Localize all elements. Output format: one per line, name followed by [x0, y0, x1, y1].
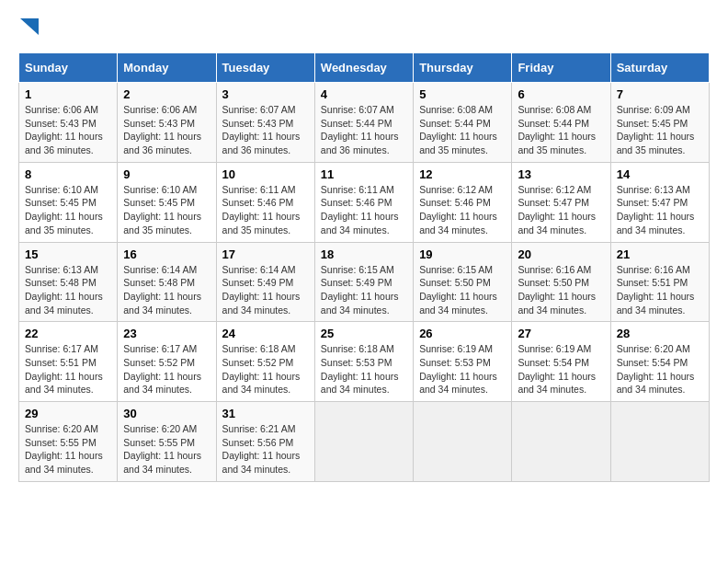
- calendar-cell: 29 Sunrise: 6:20 AMSunset: 5:55 PMDaylig…: [19, 402, 118, 482]
- col-header-wednesday: Wednesday: [314, 53, 413, 83]
- day-number: 18: [321, 247, 407, 261]
- day-info: Sunrise: 6:16 AMSunset: 5:50 PMDaylight:…: [518, 264, 596, 316]
- day-number: 8: [25, 167, 111, 181]
- day-info: Sunrise: 6:10 AMSunset: 5:45 PMDaylight:…: [123, 184, 201, 236]
- calendar-cell: 27 Sunrise: 6:19 AMSunset: 5:54 PMDaylig…: [512, 322, 610, 402]
- day-number: 15: [25, 247, 111, 261]
- calendar-cell: 15 Sunrise: 6:13 AMSunset: 5:48 PMDaylig…: [19, 242, 118, 322]
- day-info: Sunrise: 6:09 AMSunset: 5:45 PMDaylight:…: [617, 104, 695, 155]
- day-number: 9: [123, 167, 210, 181]
- col-header-monday: Monday: [118, 53, 216, 83]
- day-info: Sunrise: 6:13 AMSunset: 5:47 PMDaylight:…: [617, 184, 695, 236]
- col-header-sunday: Sunday: [19, 53, 118, 83]
- day-info: Sunrise: 6:15 AMSunset: 5:49 PMDaylight:…: [321, 264, 399, 316]
- day-info: Sunrise: 6:21 AMSunset: 5:56 PMDaylight:…: [222, 423, 301, 475]
- day-info: Sunrise: 6:06 AMSunset: 5:43 PMDaylight:…: [25, 104, 103, 155]
- calendar-cell: 19 Sunrise: 6:15 AMSunset: 5:50 PMDaylig…: [414, 242, 512, 322]
- calendar-cell: 13 Sunrise: 6:12 AMSunset: 5:47 PMDaylig…: [512, 162, 610, 242]
- logo: [18, 18, 39, 38]
- calendar-cell: 11 Sunrise: 6:11 AMSunset: 5:46 PMDaylig…: [314, 162, 413, 242]
- day-number: 17: [222, 247, 309, 261]
- day-info: Sunrise: 6:18 AMSunset: 5:53 PMDaylight:…: [321, 343, 399, 395]
- logo-arrow-icon: [20, 18, 39, 35]
- day-info: Sunrise: 6:20 AMSunset: 5:55 PMDaylight:…: [25, 423, 103, 475]
- calendar-cell: 4 Sunrise: 6:07 AMSunset: 5:44 PMDayligh…: [314, 83, 413, 163]
- day-info: Sunrise: 6:07 AMSunset: 5:43 PMDaylight:…: [222, 104, 301, 155]
- day-info: Sunrise: 6:19 AMSunset: 5:54 PMDaylight:…: [518, 343, 596, 395]
- day-number: 12: [419, 167, 506, 181]
- day-info: Sunrise: 6:17 AMSunset: 5:52 PMDaylight:…: [123, 343, 201, 395]
- calendar-cell: 23 Sunrise: 6:17 AMSunset: 5:52 PMDaylig…: [118, 322, 216, 402]
- calendar-cell: 7 Sunrise: 6:09 AMSunset: 5:45 PMDayligh…: [610, 83, 709, 163]
- day-info: Sunrise: 6:10 AMSunset: 5:45 PMDaylight:…: [25, 184, 103, 236]
- calendar-cell: 16 Sunrise: 6:14 AMSunset: 5:48 PMDaylig…: [118, 242, 216, 322]
- day-number: 22: [25, 327, 111, 340]
- day-number: 27: [518, 327, 604, 340]
- calendar-cell: 8 Sunrise: 6:10 AMSunset: 5:45 PMDayligh…: [19, 162, 118, 242]
- day-info: Sunrise: 6:12 AMSunset: 5:47 PMDaylight:…: [518, 184, 596, 236]
- calendar-cell: 22 Sunrise: 6:17 AMSunset: 5:51 PMDaylig…: [19, 322, 118, 402]
- day-number: 26: [419, 327, 506, 340]
- col-header-saturday: Saturday: [610, 53, 709, 83]
- day-number: 5: [419, 87, 506, 101]
- calendar-cell: 21 Sunrise: 6:16 AMSunset: 5:51 PMDaylig…: [610, 242, 709, 322]
- day-number: 11: [321, 167, 407, 181]
- day-number: 30: [123, 407, 210, 420]
- day-number: 31: [222, 407, 309, 420]
- day-info: Sunrise: 6:08 AMSunset: 5:44 PMDaylight:…: [419, 104, 497, 155]
- day-number: 1: [25, 87, 111, 101]
- calendar-cell: 12 Sunrise: 6:12 AMSunset: 5:46 PMDaylig…: [414, 162, 512, 242]
- calendar-week-row: 1 Sunrise: 6:06 AMSunset: 5:43 PMDayligh…: [19, 83, 710, 163]
- calendar-cell: 26 Sunrise: 6:19 AMSunset: 5:53 PMDaylig…: [414, 322, 512, 402]
- day-info: Sunrise: 6:08 AMSunset: 5:44 PMDaylight:…: [518, 104, 596, 155]
- day-number: 3: [222, 87, 309, 101]
- day-number: 14: [617, 167, 703, 181]
- calendar-cell: 24 Sunrise: 6:18 AMSunset: 5:52 PMDaylig…: [216, 322, 314, 402]
- day-number: 19: [419, 247, 506, 261]
- calendar-cell: 14 Sunrise: 6:13 AMSunset: 5:47 PMDaylig…: [610, 162, 709, 242]
- calendar-cell: 30 Sunrise: 6:20 AMSunset: 5:55 PMDaylig…: [118, 402, 216, 482]
- calendar-cell: 17 Sunrise: 6:14 AMSunset: 5:49 PMDaylig…: [216, 242, 314, 322]
- col-header-friday: Friday: [512, 53, 610, 83]
- calendar-cell: [512, 402, 610, 482]
- day-info: Sunrise: 6:11 AMSunset: 5:46 PMDaylight:…: [321, 184, 399, 236]
- day-number: 10: [222, 167, 309, 181]
- day-info: Sunrise: 6:06 AMSunset: 5:43 PMDaylight:…: [123, 104, 201, 155]
- day-info: Sunrise: 6:17 AMSunset: 5:51 PMDaylight:…: [25, 343, 103, 395]
- day-number: 29: [25, 407, 111, 420]
- day-info: Sunrise: 6:12 AMSunset: 5:46 PMDaylight:…: [419, 184, 497, 236]
- day-number: 24: [222, 327, 309, 340]
- day-number: 21: [617, 247, 703, 261]
- calendar-cell: 5 Sunrise: 6:08 AMSunset: 5:44 PMDayligh…: [414, 83, 512, 163]
- day-number: 28: [617, 327, 703, 340]
- calendar-cell: [610, 402, 709, 482]
- day-info: Sunrise: 6:20 AMSunset: 5:54 PMDaylight:…: [617, 343, 695, 395]
- calendar-week-row: 29 Sunrise: 6:20 AMSunset: 5:55 PMDaylig…: [19, 402, 710, 482]
- day-info: Sunrise: 6:18 AMSunset: 5:52 PMDaylight:…: [222, 343, 301, 395]
- day-info: Sunrise: 6:20 AMSunset: 5:55 PMDaylight:…: [123, 423, 201, 475]
- day-info: Sunrise: 6:07 AMSunset: 5:44 PMDaylight:…: [321, 104, 399, 155]
- day-number: 4: [321, 87, 407, 101]
- calendar-cell: 9 Sunrise: 6:10 AMSunset: 5:45 PMDayligh…: [118, 162, 216, 242]
- svg-marker-0: [20, 18, 39, 35]
- page-header: [18, 18, 710, 38]
- day-number: 6: [518, 87, 604, 101]
- day-info: Sunrise: 6:13 AMSunset: 5:48 PMDaylight:…: [25, 264, 103, 316]
- calendar-cell: 3 Sunrise: 6:07 AMSunset: 5:43 PMDayligh…: [216, 83, 314, 163]
- calendar-cell: [414, 402, 512, 482]
- calendar-cell: 25 Sunrise: 6:18 AMSunset: 5:53 PMDaylig…: [314, 322, 413, 402]
- col-header-thursday: Thursday: [414, 53, 512, 83]
- calendar-week-row: 8 Sunrise: 6:10 AMSunset: 5:45 PMDayligh…: [19, 162, 710, 242]
- calendar-table: SundayMondayTuesdayWednesdayThursdayFrid…: [18, 52, 710, 482]
- day-number: 7: [617, 87, 703, 101]
- calendar-cell: 10 Sunrise: 6:11 AMSunset: 5:46 PMDaylig…: [216, 162, 314, 242]
- day-number: 20: [518, 247, 604, 261]
- calendar-cell: 28 Sunrise: 6:20 AMSunset: 5:54 PMDaylig…: [610, 322, 709, 402]
- calendar-week-row: 15 Sunrise: 6:13 AMSunset: 5:48 PMDaylig…: [19, 242, 710, 322]
- calendar-cell: 1 Sunrise: 6:06 AMSunset: 5:43 PMDayligh…: [19, 83, 118, 163]
- calendar-cell: 6 Sunrise: 6:08 AMSunset: 5:44 PMDayligh…: [512, 83, 610, 163]
- day-info: Sunrise: 6:19 AMSunset: 5:53 PMDaylight:…: [419, 343, 497, 395]
- calendar-cell: 2 Sunrise: 6:06 AMSunset: 5:43 PMDayligh…: [118, 83, 216, 163]
- day-number: 2: [123, 87, 210, 101]
- calendar-cell: 31 Sunrise: 6:21 AMSunset: 5:56 PMDaylig…: [216, 402, 314, 482]
